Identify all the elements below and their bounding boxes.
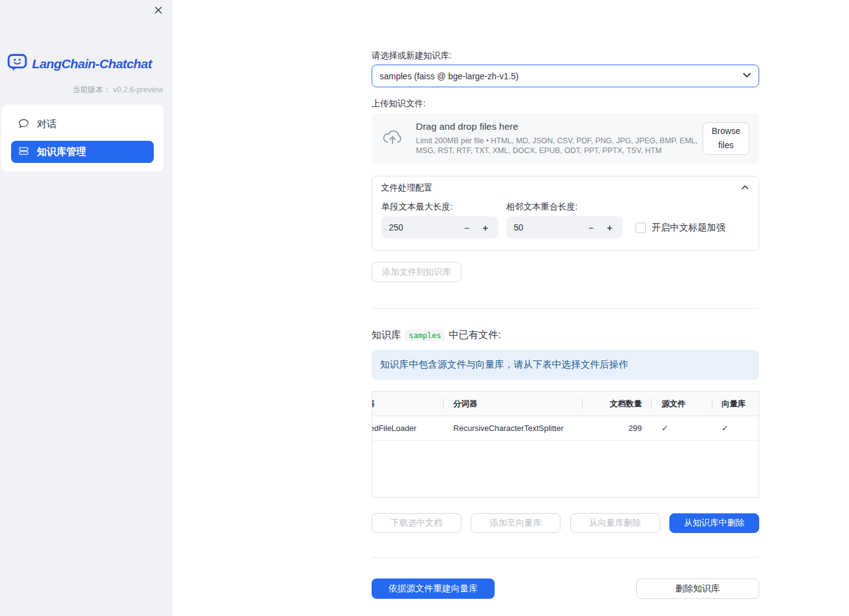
expander-header[interactable]: 文件处理配置 — [372, 176, 759, 200]
overlap-size-stepper[interactable]: 50 − + — [506, 216, 623, 239]
logo-title: LangChain-Chatchat — [32, 57, 152, 71]
main-content: 请选择或新建知识库: samples (faiss @ bge-large-zh… — [372, 0, 759, 599]
add-files-to-kb-button[interactable]: 添加文件到知识库 — [372, 262, 461, 282]
cell-doc-count: 299 — [582, 416, 651, 440]
column-header-source-file[interactable]: 源文件 — [651, 392, 712, 416]
kb-files-heading: 知识库 samples 中已有文件: — [372, 328, 759, 342]
cloud-upload-icon — [381, 128, 404, 148]
chunk-size-field: 单段文本最大长度: 250 − + — [381, 202, 498, 239]
sidebar-item-dialogue[interactable]: 对话 — [11, 113, 154, 135]
version-value: v0.2.6-preview — [113, 85, 163, 94]
file-actions-row: 下载选中文档 添加至向量库 从向量库删除 从知识库中删除 — [372, 513, 759, 533]
table-row[interactable]: UnstructuredFileLoader RecursiveCharacte… — [372, 416, 759, 441]
chunk-size-stepper[interactable]: 250 − + — [381, 216, 498, 239]
delete-kb-button[interactable]: 删除知识库 — [636, 578, 759, 599]
divider — [372, 557, 759, 558]
add-to-vector-store-button[interactable]: 添加至向量库 — [471, 513, 560, 533]
cell-vector-check: ✓ — [712, 416, 759, 440]
title-enhance-checkbox-row[interactable]: 开启中文标题加强 — [636, 216, 725, 239]
plus-button[interactable]: + — [605, 223, 614, 233]
minus-button[interactable]: − — [463, 223, 471, 233]
overlap-size-field: 相邻文本重合长度: 50 − + — [506, 202, 623, 239]
minus-button[interactable]: − — [587, 223, 596, 233]
sidebar-item-knowledge-base[interactable]: 知识库管理 — [11, 141, 154, 163]
info-alert: 知识库中包含源文件与向量库，请从下表中选择文件后操作 — [372, 350, 759, 380]
overlap-size-label: 相邻文本重合长度: — [506, 202, 623, 211]
dropzone-instructions: Drag and drop files here Limit 200MB per… — [416, 121, 703, 156]
dropzone-title: Drag and drop files here — [416, 121, 703, 132]
download-selected-button[interactable]: 下载选中文档 — [372, 513, 461, 533]
kb-name-code: samples — [405, 330, 444, 341]
dropzone-limit: Limit 200MB per file • HTML, MD, JSON, C… — [416, 136, 703, 156]
file-config-expander: 文件处理配置 单段文本最大长度: 250 − + 相邻文本重合长度: 50 − … — [372, 176, 759, 251]
rebuild-vector-store-button[interactable]: 依据源文件重建向量库 — [372, 578, 495, 599]
sidebar-menu: 对话 知识库管理 — [1, 105, 164, 172]
kb-files-prefix: 知识库 — [372, 330, 401, 340]
chat-icon — [18, 118, 29, 131]
title-enhance-label: 开启中文标题加强 — [652, 222, 725, 234]
chevron-down-icon — [741, 69, 752, 82]
delete-from-kb-button[interactable]: 从知识库中删除 — [669, 513, 759, 533]
sidebar-item-label: 知识库管理 — [37, 146, 86, 159]
chat-bubble-logo-icon — [7, 53, 28, 74]
column-header-splitter[interactable]: 分词器 — [443, 392, 583, 416]
sidebar-close-button[interactable] — [152, 5, 164, 17]
version-info: 当前版本： v0.2.6-preview — [73, 85, 163, 95]
delete-from-vector-store-button[interactable]: 从向量库删除 — [570, 513, 660, 533]
file-dropzone[interactable]: Drag and drop files here Limit 200MB per… — [372, 113, 759, 164]
sidebar: LangChain-Chatchat 当前版本： v0.2.6-preview … — [0, 0, 172, 616]
kb-selected-value: samples (faiss @ bge-large-zh-v1.5) — [380, 71, 519, 81]
cell-source-check: ✓ — [651, 416, 712, 440]
sidebar-item-label: 对话 — [37, 118, 57, 131]
expander-body: 单段文本最大长度: 250 − + 相邻文本重合长度: 50 − + 开启中文标… — [372, 200, 759, 250]
upload-label: 上传知识文件: — [372, 99, 759, 108]
browse-files-button[interactable]: Browse files — [703, 122, 749, 155]
column-header-doc-count[interactable]: 文档数量 — [582, 392, 651, 416]
cell-loader: UnstructuredFileLoader — [372, 416, 443, 440]
kb-select-label: 请选择或新建知识库: — [372, 0, 759, 60]
column-header-vector-store[interactable]: 向量库 — [712, 392, 759, 416]
version-label: 当前版本： — [73, 85, 111, 94]
plus-button[interactable]: + — [481, 223, 490, 233]
kb-global-actions-row: 依据源文件重建向量库 删除知识库 — [372, 578, 759, 599]
column-header-loader[interactable]: 文档加载器 — [372, 392, 443, 416]
cell-splitter: RecursiveCharacterTextSplitter — [443, 416, 583, 440]
kb-select-dropdown[interactable]: samples (faiss @ bge-large-zh-v1.5) — [372, 65, 759, 87]
kb-files-table[interactable]: 文档加载器 分词器 文档数量 源文件 向量库 UnstructuredFileL… — [372, 391, 759, 498]
app-logo: LangChain-Chatchat — [7, 53, 152, 74]
chunk-size-label: 单段文本最大长度: — [381, 202, 498, 211]
chevron-up-icon — [740, 183, 750, 194]
close-icon — [154, 6, 163, 17]
divider — [372, 308, 759, 309]
checkbox-unchecked-icon[interactable] — [636, 223, 646, 233]
expander-title: 文件处理配置 — [381, 183, 432, 194]
chunk-size-value: 250 — [389, 223, 463, 232]
overlap-size-value: 50 — [514, 223, 587, 232]
table-header-row: 文档加载器 分词器 文档数量 源文件 向量库 — [372, 392, 759, 416]
info-alert-text: 知识库中包含源文件与向量库，请从下表中选择文件后操作 — [380, 358, 628, 371]
stacked-database-icon — [18, 146, 29, 159]
kb-files-suffix: 中已有文件: — [449, 330, 501, 340]
